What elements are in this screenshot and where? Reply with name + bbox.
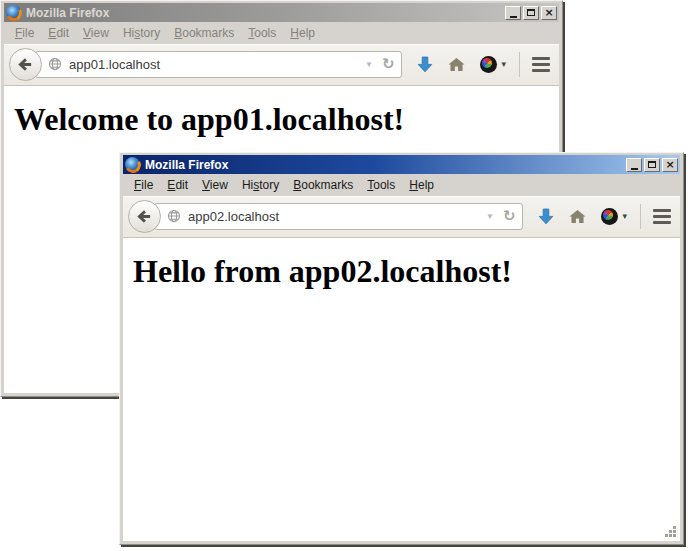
window-title: Mozilla Firefox: [144, 158, 622, 172]
close-button[interactable]: ×: [662, 158, 678, 172]
firefox-icon: [125, 157, 140, 172]
chevron-down-icon: ▾: [622, 211, 627, 221]
url-text: app02.localhost: [188, 209, 479, 224]
chevron-down-icon: ▾: [501, 59, 506, 69]
home-icon[interactable]: [569, 209, 586, 224]
color-wheel-icon: [480, 56, 497, 73]
maximize-button[interactable]: [644, 158, 660, 172]
menu-view[interactable]: View: [195, 175, 235, 195]
resize-grip[interactable]: [664, 525, 677, 538]
window-controls: ×: [505, 6, 557, 20]
titlebar[interactable]: Mozilla Firefox ×: [4, 3, 559, 22]
reload-icon[interactable]: ↻: [382, 57, 395, 72]
menu-view[interactable]: View: [76, 23, 116, 43]
window-title: Mozilla Firefox: [25, 6, 501, 20]
color-wheel-icon: [601, 208, 618, 225]
navigation-toolbar: app01.localhost ▼ ↻ ▾: [4, 44, 559, 85]
hamburger-menu-icon[interactable]: [532, 57, 550, 72]
download-arrow-icon[interactable]: [417, 56, 433, 73]
page-heading: Welcome to app01.localhost!: [14, 101, 559, 138]
menu-tools[interactable]: Tools: [360, 175, 402, 195]
close-icon: ×: [544, 7, 553, 18]
minimize-button[interactable]: [505, 6, 521, 20]
download-arrow-icon[interactable]: [538, 208, 554, 225]
menu-file[interactable]: File: [127, 175, 160, 195]
page-content-app02: Hello from app02.localhost!: [123, 237, 680, 541]
url-bar[interactable]: app01.localhost ▼ ↻: [35, 51, 402, 78]
globe-icon: [48, 57, 62, 71]
home-icon[interactable]: [448, 57, 465, 72]
titlebar[interactable]: Mozilla Firefox ×: [123, 155, 680, 174]
firefox-icon: [6, 5, 21, 20]
menu-file[interactable]: File: [8, 23, 41, 43]
window-controls: ×: [626, 158, 678, 172]
minimize-button[interactable]: [626, 158, 642, 172]
url-text: app01.localhost: [69, 57, 358, 72]
back-button[interactable]: [128, 200, 161, 233]
maximize-icon: [527, 9, 535, 16]
close-icon: ×: [665, 159, 674, 170]
urlbar-dropdown-icon[interactable]: ▼: [486, 212, 494, 221]
menu-bookmarks[interactable]: Bookmarks: [286, 175, 360, 195]
reload-icon[interactable]: ↻: [503, 209, 516, 224]
menu-edit[interactable]: Edit: [160, 175, 195, 195]
addon-color-wheel-icon[interactable]: ▾: [601, 208, 627, 225]
back-button[interactable]: [9, 48, 42, 81]
menu-help[interactable]: Help: [283, 23, 322, 43]
globe-icon: [167, 209, 181, 223]
menu-edit[interactable]: Edit: [41, 23, 76, 43]
navigation-toolbar: app02.localhost ▼ ↻ ▾: [123, 196, 680, 237]
menu-history[interactable]: History: [116, 23, 167, 43]
hamburger-menu-icon[interactable]: [653, 209, 671, 224]
minimize-icon: [631, 168, 638, 170]
back-arrow-icon: [17, 57, 34, 72]
toolbar-separator: [640, 204, 641, 229]
back-arrow-icon: [136, 209, 153, 224]
maximize-icon: [648, 161, 656, 168]
menu-bar: File Edit View History Bookmarks Tools H…: [4, 22, 559, 44]
minimize-icon: [510, 16, 517, 18]
menu-help[interactable]: Help: [402, 175, 441, 195]
menu-history[interactable]: History: [235, 175, 286, 195]
url-bar[interactable]: app02.localhost ▼ ↻: [154, 203, 523, 230]
toolbar-separator: [519, 52, 520, 77]
browser-window-app02: Mozilla Firefox × File Edit View History…: [119, 152, 684, 545]
urlbar-dropdown-icon[interactable]: ▼: [365, 60, 373, 69]
menu-bar: File Edit View History Bookmarks Tools H…: [123, 174, 680, 196]
close-button[interactable]: ×: [541, 6, 557, 20]
menu-tools[interactable]: Tools: [241, 23, 283, 43]
menu-bookmarks[interactable]: Bookmarks: [167, 23, 241, 43]
addon-color-wheel-icon[interactable]: ▾: [480, 56, 506, 73]
page-heading: Hello from app02.localhost!: [133, 253, 680, 290]
maximize-button[interactable]: [523, 6, 539, 20]
